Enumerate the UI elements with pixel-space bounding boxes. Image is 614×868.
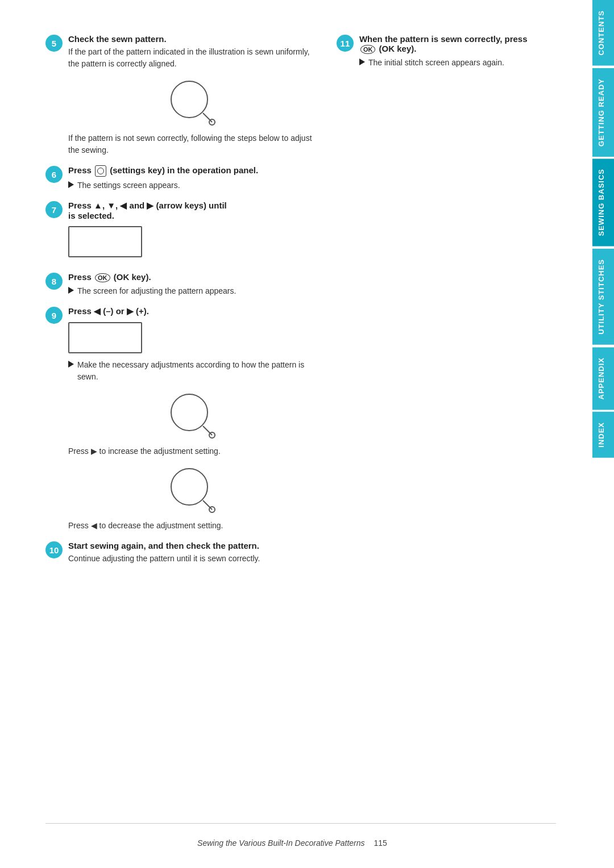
step-11-bullet: The initial stitch screen appears again. bbox=[359, 57, 556, 69]
step-6-suffix: (settings key) in the operation panel. bbox=[110, 165, 258, 175]
step-num-10: 10 bbox=[45, 541, 63, 558]
step-7-title-text: Press ▲, ▼, ◀ and ▶ (arrow keys) until bbox=[68, 201, 227, 210]
step-num-8: 8 bbox=[45, 273, 63, 290]
step-8-press: Press bbox=[68, 272, 92, 282]
arrow-icon-9 bbox=[68, 361, 74, 368]
step-7: 7 Press ▲, ▼, ◀ and ▶ (arrow keys) until… bbox=[45, 201, 314, 263]
step-10-body: Continue adjusting the pattern until it … bbox=[68, 553, 314, 565]
step-9-title: Press ◀ (–) or ▶ (+). bbox=[68, 306, 314, 316]
svg-point-6 bbox=[171, 469, 208, 505]
pattern-illustration-2 bbox=[68, 389, 314, 440]
step-6-title: Press (settings key) in the operation pa… bbox=[68, 165, 314, 177]
step-num-5: 5 bbox=[45, 35, 63, 52]
sidebar: CONTENTS GETTING READY SEWING BASICS UTI… bbox=[584, 0, 614, 868]
footer-page: 115 bbox=[374, 838, 387, 848]
step-11-content: When the pattern is sewn correctly, pres… bbox=[359, 34, 556, 69]
step-9-bullet-text: Make the necessary adjustments according… bbox=[77, 359, 314, 383]
arrow-icon-11 bbox=[359, 59, 365, 65]
svg-point-0 bbox=[171, 81, 208, 118]
step-num-11: 11 bbox=[337, 35, 354, 52]
sidebar-tab-contents[interactable]: CONTENTS bbox=[592, 0, 614, 66]
step-num-6: 6 bbox=[45, 166, 63, 183]
step-8-suffix: (OK key). bbox=[114, 272, 151, 282]
sidebar-tab-getting-ready[interactable]: GETTING READY bbox=[592, 68, 614, 157]
step-8-title: Press OK (OK key). bbox=[68, 272, 314, 282]
step-6: 6 Press (settings key) in the operation … bbox=[45, 165, 314, 191]
step-5-body1: If the part of the pattern indicated in … bbox=[68, 46, 314, 70]
step-num-9: 9 bbox=[45, 307, 63, 324]
step-11-bullet-text: The initial stitch screen appears again. bbox=[368, 57, 504, 69]
step-9-press-left: Press ◀ to decrease the adjustment setti… bbox=[68, 520, 314, 532]
step-10: 10 Start sewing again, and then check th… bbox=[45, 541, 314, 565]
footer: Sewing the Various Built-In Decorative P… bbox=[0, 838, 584, 848]
svg-line-4 bbox=[203, 426, 212, 435]
ok-icon-8: OK bbox=[95, 273, 110, 282]
step-num-7: 7 bbox=[45, 201, 63, 218]
step-7-title2: is selected. bbox=[68, 211, 114, 220]
svg-line-7 bbox=[203, 500, 212, 510]
step-8-bullet-text: The screen for adjusting the pattern app… bbox=[77, 285, 236, 297]
step-7-title: Press ▲, ▼, ◀ and ▶ (arrow keys) until i… bbox=[68, 201, 314, 220]
footer-text: Sewing the Various Built-In Decorative P… bbox=[197, 838, 364, 848]
step-10-title: Start sewing again, and then check the p… bbox=[68, 541, 314, 550]
sidebar-tab-sewing-basics[interactable]: SEWING BASICS bbox=[592, 158, 614, 246]
step-5-body2: If the pattern is not sewn correctly, fo… bbox=[68, 132, 314, 156]
sidebar-tab-appendix[interactable]: APPENDIX bbox=[592, 347, 614, 410]
step-9-press-right: Press ▶ to increase the adjustment setti… bbox=[68, 445, 314, 457]
arrow-icon-8 bbox=[68, 287, 74, 294]
pattern-illustration-1 bbox=[68, 76, 314, 127]
ok-icon-11: OK bbox=[360, 45, 376, 54]
step-11-suffix: (OK key). bbox=[379, 44, 417, 53]
settings-icon bbox=[95, 165, 106, 177]
arrow-icon-6 bbox=[68, 181, 74, 188]
svg-point-3 bbox=[171, 394, 208, 431]
step-5: 5 Check the sewn pattern. If the part of… bbox=[45, 34, 314, 156]
sidebar-tab-index[interactable]: INDEX bbox=[592, 412, 614, 458]
content-divider bbox=[45, 823, 556, 824]
step-8-bullet: The screen for adjusting the pattern app… bbox=[68, 285, 314, 297]
step-6-bullet-text: The settings screen appears. bbox=[77, 180, 180, 191]
step-5-content: Check the sewn pattern. If the part of t… bbox=[68, 34, 314, 156]
step-6-bullet: The settings screen appears. bbox=[68, 180, 314, 191]
step-11-title: When the pattern is sewn correctly, pres… bbox=[359, 34, 556, 54]
step-11: 11 When the pattern is sewn correctly, p… bbox=[337, 34, 556, 69]
step-8-content: Press OK (OK key). The screen for adjust… bbox=[68, 272, 314, 297]
step-8: 8 Press OK (OK key). The screen for adju… bbox=[45, 272, 314, 297]
step-9-bullet: Make the necessary adjustments according… bbox=[68, 359, 314, 383]
svg-line-1 bbox=[203, 113, 212, 122]
screen-rect-7 bbox=[68, 226, 142, 257]
step-5-title: Check the sewn pattern. bbox=[68, 34, 314, 44]
step-6-press: Press bbox=[68, 165, 92, 175]
step-10-content: Start sewing again, and then check the p… bbox=[68, 541, 314, 565]
pattern-illustration-3 bbox=[68, 463, 314, 514]
step-9: 9 Press ◀ (–) or ▶ (+). Make the necessa… bbox=[45, 306, 314, 532]
step-11-prefix: When the pattern is sewn correctly, pres… bbox=[359, 34, 528, 44]
step-6-content: Press (settings key) in the operation pa… bbox=[68, 165, 314, 191]
screen-rect-9 bbox=[68, 322, 142, 353]
step-7-content: Press ▲, ▼, ◀ and ▶ (arrow keys) until i… bbox=[68, 201, 314, 263]
sidebar-tab-utility-stitches[interactable]: UTILITY STITCHES bbox=[592, 249, 614, 345]
step-9-content: Press ◀ (–) or ▶ (+). Make the necessary… bbox=[68, 306, 314, 532]
